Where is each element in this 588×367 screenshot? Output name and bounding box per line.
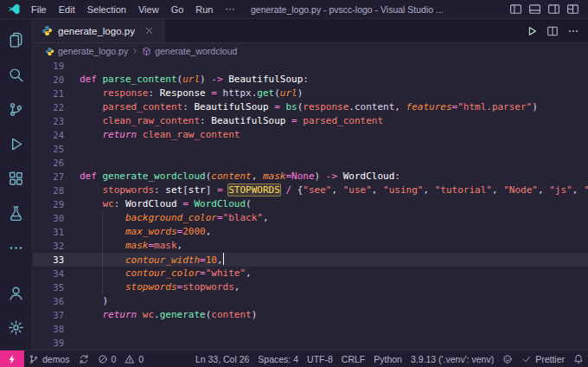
window-controls <box>508 1 581 17</box>
toggle-secondary-sidebar-icon[interactable] <box>546 1 562 17</box>
code-line[interactable]: 19 <box>33 59 588 73</box>
activity-source-control[interactable] <box>0 92 33 126</box>
line-number: 37 <box>33 308 80 322</box>
line-content: max_words=2000, <box>80 225 588 239</box>
line-content: stopwords: set[str] = STOPWORDS / {"see"… <box>80 184 588 197</box>
code-line[interactable]: 31 max_words=2000, <box>33 225 588 239</box>
menu-file[interactable]: File <box>25 4 53 15</box>
code-line[interactable]: 26 <box>33 156 588 170</box>
status-remote[interactable] <box>0 351 24 367</box>
warning-icon <box>125 354 135 364</box>
activity-account[interactable] <box>0 275 33 310</box>
activity-run-debug[interactable] <box>0 126 33 161</box>
bell-icon <box>573 354 584 364</box>
status-warnings[interactable]: 0 <box>120 351 148 367</box>
split-editor-icon[interactable] <box>546 25 559 37</box>
line-content: return wc.generate(content) <box>80 308 588 322</box>
indent-guide <box>102 253 103 267</box>
breadcrumb-item[interactable]: generate_wordcloud <box>142 46 237 56</box>
code-line[interactable]: 27def generate_wordcloud(content, mask=N… <box>33 170 588 184</box>
indent-guide <box>102 225 103 239</box>
toggle-panel-icon[interactable] <box>527 1 543 17</box>
menu-bar: FileEditSelectionViewGoRun⋯ <box>25 3 241 15</box>
breadcrumb: generate_logo.pygenerate_wordcloud <box>33 43 588 59</box>
line-number: 22 <box>33 100 80 114</box>
code-line[interactable]: 20def parse_content(url) -> BeautifulSou… <box>33 73 588 87</box>
status-python-interpreter[interactable]: 3.9.13 ('.venv': venv) <box>406 351 498 367</box>
menu-⋯[interactable]: ⋯ <box>220 3 241 15</box>
status-feedback[interactable] <box>498 351 517 367</box>
status-encoding-label: UTF-8 <box>307 354 333 364</box>
tab-bar: generate_logo.py <box>33 19 588 43</box>
activity-settings[interactable] <box>0 310 33 344</box>
line-number: 23 <box>33 114 80 128</box>
code-line[interactable]: 22 parsed_content: BeautifulSoup = bs(re… <box>33 100 588 114</box>
breadcrumb-item[interactable]: generate_logo.py <box>45 46 128 56</box>
code-line[interactable]: 32 mask=mask, <box>33 239 588 253</box>
status-language-mode-label: Python <box>374 354 402 364</box>
status-formatter[interactable]: Prettier <box>517 351 569 367</box>
code-editor[interactable]: 1920def parse_content(url) -> BeautifulS… <box>33 59 588 350</box>
line-number: 27 <box>33 170 80 184</box>
code-line[interactable]: 38 <box>33 322 588 336</box>
tab-label: generate_logo.py <box>58 26 135 36</box>
status-notifications[interactable] <box>569 351 588 367</box>
breadcrumb-label: generate_wordcloud <box>155 46 237 56</box>
menu-view[interactable]: View <box>132 4 165 15</box>
activity-search[interactable] <box>0 57 33 92</box>
status-bar: demos00 Ln 33, Col 26Spaces: 4UTF-8CRLFP… <box>0 350 588 367</box>
activity-extensions[interactable] <box>0 161 33 196</box>
menu-go[interactable]: Go <box>165 4 190 15</box>
line-content: def parse_content(url) -> BeautifulSoup: <box>80 73 588 87</box>
code-line[interactable]: 24 return clean_raw_content <box>33 128 588 142</box>
code-line[interactable]: 23 clean_raw_content: BeautifulSoup = pa… <box>33 114 588 128</box>
status-indentation[interactable]: Spaces: 4 <box>253 351 303 367</box>
indent-guide <box>102 280 103 294</box>
window-title: generate_logo.py - pvscc-logo - Visual S… <box>251 0 444 19</box>
code-line[interactable]: 25 <box>33 142 588 156</box>
testing-icon <box>8 205 24 222</box>
status-encoding[interactable]: UTF-8 <box>303 351 337 367</box>
activity-testing[interactable] <box>0 196 33 230</box>
line-number: 29 <box>33 197 80 211</box>
line-content <box>80 59 588 73</box>
tab-generate-logo-py[interactable]: generate_logo.py <box>33 19 164 42</box>
menu-run[interactable]: Run <box>189 4 219 15</box>
status-git-branch[interactable]: demos <box>24 351 74 367</box>
menu-selection[interactable]: Selection <box>81 4 132 15</box>
line-number: 28 <box>33 184 80 197</box>
line-content: parsed_content: BeautifulSoup = bs(respo… <box>80 100 588 114</box>
line-number: 24 <box>33 128 80 142</box>
customize-layout-icon[interactable] <box>565 1 581 17</box>
sync-icon <box>79 354 89 364</box>
run-file-icon[interactable] <box>526 25 538 37</box>
status-sync[interactable] <box>74 351 93 367</box>
code-line[interactable]: 37 return wc.generate(content) <box>33 308 588 322</box>
code-line[interactable]: 33 contour_width=10, <box>33 253 588 267</box>
code-line[interactable]: 39 <box>33 336 588 350</box>
code-line[interactable]: 28 stopwords: set[str] = STOPWORDS / {"s… <box>33 184 588 197</box>
activity-explorer[interactable] <box>0 23 33 57</box>
status-language-mode[interactable]: Python <box>369 351 406 367</box>
code-line[interactable]: 30 background_color="black", <box>33 211 588 225</box>
status-eol[interactable]: CRLF <box>337 351 369 367</box>
python-file-icon <box>45 47 54 56</box>
toggle-sidebar-icon[interactable] <box>508 1 524 17</box>
status-cursor-position[interactable]: Ln 33, Col 26 <box>191 351 253 367</box>
code-line[interactable]: 21 response: Response = httpx.get(url) <box>33 87 588 100</box>
more-actions-icon[interactable] <box>567 25 579 37</box>
line-number: 36 <box>33 294 80 308</box>
search-icon <box>8 67 24 83</box>
activity-more[interactable] <box>0 230 33 265</box>
line-number: 33 <box>33 253 80 267</box>
status-errors[interactable]: 0 <box>93 351 121 367</box>
account-icon <box>8 285 24 301</box>
close-tab-icon[interactable] <box>144 25 155 36</box>
explorer-icon <box>8 32 24 48</box>
code-line[interactable]: 34 contour_color="white", <box>33 267 588 280</box>
line-content: contour_width=10, <box>80 253 588 267</box>
menu-edit[interactable]: Edit <box>53 4 81 15</box>
code-line[interactable]: 35 stopwords=stopwords, <box>33 280 588 294</box>
code-line[interactable]: 29 wc: WordCloud = WordCloud( <box>33 197 588 211</box>
code-line[interactable]: 36 ) <box>33 294 588 308</box>
